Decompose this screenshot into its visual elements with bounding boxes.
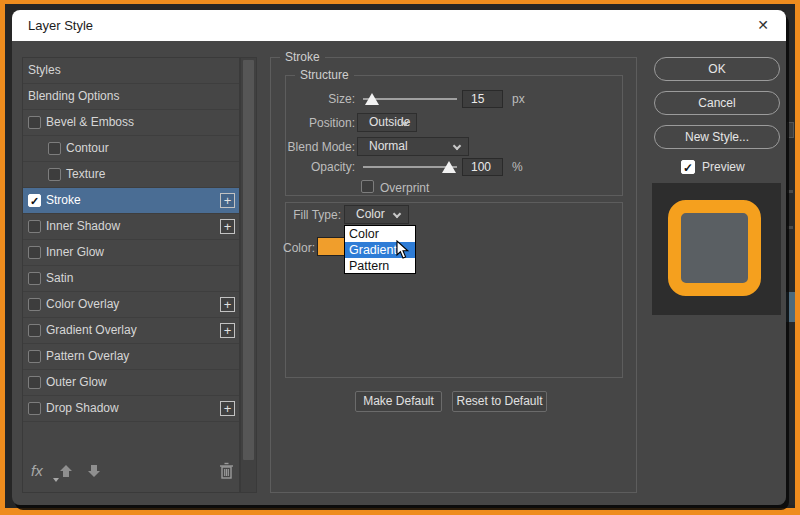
size-input[interactable]: [462, 90, 503, 108]
sidebar-item-drop-shadow[interactable]: Drop Shadow +: [23, 396, 239, 422]
new-style-button[interactable]: New Style...: [654, 125, 780, 149]
checkbox-icon[interactable]: [48, 168, 61, 181]
sidebar-item-inner-glow[interactable]: Inner Glow: [23, 240, 239, 266]
move-effect-down-icon[interactable]: [87, 463, 101, 479]
styles-sidebar: Styles Blending Options Bevel & Emboss C…: [22, 57, 240, 493]
fill-groupbox: [285, 202, 623, 378]
chevron-down-icon: [393, 210, 401, 218]
stroke-preview-square: [668, 200, 761, 296]
sidebar-item-texture[interactable]: Texture: [23, 162, 239, 188]
structure-group-title: Structure: [295, 68, 354, 82]
chevron-down-icon: [453, 142, 461, 150]
background-tool-highlight: [786, 292, 795, 322]
checkbox-icon[interactable]: [48, 142, 61, 155]
ok-button[interactable]: OK: [654, 57, 780, 81]
size-unit-label: px: [512, 92, 525, 106]
sidebar-item-styles[interactable]: Styles: [23, 58, 239, 84]
opacity-unit-label: %: [512, 160, 523, 174]
panel-collapse-icon: [787, 122, 794, 138]
checkbox-icon[interactable]: [28, 350, 41, 363]
position-label: Position:: [260, 116, 355, 130]
sidebar-footer-toolbar: fx: [23, 460, 239, 488]
opacity-label: Opacity:: [260, 160, 355, 174]
plus-icon[interactable]: +: [220, 323, 235, 338]
position-dropdown[interactable]: Outside: [357, 113, 417, 132]
stroke-group-title: Stroke: [280, 50, 325, 64]
dialog-title: Layer Style: [28, 10, 93, 41]
sidebar-item-gradient-overlay[interactable]: Gradient Overlay +: [23, 318, 239, 344]
preview-thumbnail: [652, 183, 781, 315]
preview-label: Preview: [702, 160, 745, 174]
blend-mode-label: Blend Mode:: [260, 140, 355, 154]
fx-icon[interactable]: fx: [31, 462, 43, 479]
app-background: Layer Style ✕ Styles Blending Options Be…: [5, 4, 795, 508]
sidebar-item-inner-shadow[interactable]: Inner Shadow +: [23, 214, 239, 240]
size-label: Size:: [260, 92, 355, 106]
mouse-cursor-icon: [396, 240, 410, 260]
sidebar-item-blending-options[interactable]: Blending Options: [23, 84, 239, 110]
checkbox-icon[interactable]: [28, 298, 41, 311]
sidebar-item-bevel-emboss[interactable]: Bevel & Emboss: [23, 110, 239, 136]
preview-checkbox[interactable]: ✓: [681, 160, 695, 174]
sidebar-item-color-overlay[interactable]: Color Overlay +: [23, 292, 239, 318]
checkbox-icon[interactable]: [28, 402, 41, 415]
plus-icon[interactable]: +: [220, 297, 235, 312]
size-slider-thumb[interactable]: [365, 93, 379, 105]
checkbox-icon[interactable]: [28, 272, 41, 285]
fill-type-label: Fill Type:: [246, 208, 341, 222]
move-effect-up-icon[interactable]: [59, 463, 73, 479]
dialog-body: Styles Blending Options Bevel & Emboss C…: [12, 41, 786, 505]
scrollbar-thumb[interactable]: [243, 60, 254, 460]
opacity-input[interactable]: [462, 158, 503, 176]
fill-type-option-pattern[interactable]: Pattern: [345, 258, 415, 274]
sidebar-item-stroke[interactable]: ✓ Stroke +: [23, 188, 239, 214]
overprint-checkbox[interactable]: [361, 180, 374, 193]
plus-icon[interactable]: +: [220, 401, 235, 416]
checkbox-checked-icon[interactable]: ✓: [28, 194, 41, 207]
reset-to-default-button[interactable]: Reset to Default: [452, 391, 547, 412]
sidebar-item-satin[interactable]: Satin: [23, 266, 239, 292]
fill-type-dropdown[interactable]: Color: [344, 205, 409, 224]
make-default-button[interactable]: Make Default: [355, 391, 442, 412]
color-label: Color:: [220, 241, 315, 255]
checkbox-icon[interactable]: [28, 324, 41, 337]
overprint-label: Overprint: [380, 181, 429, 195]
delete-effect-trash-icon[interactable]: [219, 462, 234, 480]
blend-mode-dropdown[interactable]: Normal: [357, 137, 469, 156]
sidebar-scrollbar[interactable]: [240, 57, 257, 493]
checkbox-icon[interactable]: [28, 376, 41, 389]
sidebar-item-contour[interactable]: Contour: [23, 136, 239, 162]
sidebar-item-outer-glow[interactable]: Outer Glow: [23, 370, 239, 396]
opacity-slider-thumb[interactable]: [442, 161, 456, 173]
close-icon[interactable]: ✕: [748, 10, 778, 41]
sidebar-item-pattern-overlay[interactable]: Pattern Overlay: [23, 344, 239, 370]
plus-icon[interactable]: +: [220, 193, 235, 208]
background-panel-sliver: [786, 10, 795, 505]
layer-style-dialog: Layer Style ✕ Styles Blending Options Be…: [12, 10, 786, 505]
checkbox-icon[interactable]: [28, 246, 41, 259]
cancel-button[interactable]: Cancel: [654, 91, 780, 115]
dialog-titlebar[interactable]: Layer Style ✕: [12, 10, 786, 41]
checkbox-icon[interactable]: [28, 220, 41, 233]
checkbox-icon[interactable]: [28, 116, 41, 129]
plus-icon[interactable]: +: [220, 219, 235, 234]
